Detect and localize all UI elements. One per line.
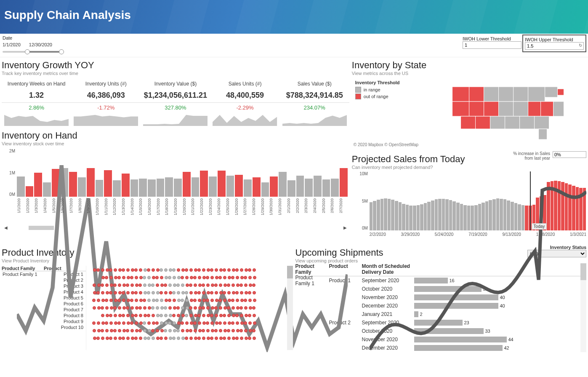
- ioh-bar[interactable]: [157, 179, 165, 197]
- ioh-bar[interactable]: [209, 176, 217, 197]
- scroll-right-icon[interactable]: ▶: [341, 225, 349, 230]
- proj-bar[interactable]: [478, 204, 482, 230]
- ship-bar[interactable]: [414, 345, 503, 351]
- dot-row[interactable]: [86, 296, 287, 304]
- proj-bar[interactable]: [431, 201, 434, 230]
- ioh-bar[interactable]: [261, 182, 269, 197]
- proj-bar[interactable]: [463, 205, 467, 230]
- proj-bar[interactable]: [565, 183, 568, 230]
- proj-bar[interactable]: [500, 199, 503, 230]
- proj-bar[interactable]: [438, 199, 442, 230]
- ioh-bar[interactable]: [104, 170, 112, 197]
- proj-bar[interactable]: [489, 200, 492, 230]
- ioh-bar[interactable]: [287, 180, 295, 197]
- ioh-bar[interactable]: [174, 179, 182, 197]
- proj-bar[interactable]: [395, 201, 398, 230]
- proj-bar[interactable]: [399, 202, 402, 230]
- ship-bar[interactable]: [414, 328, 484, 334]
- ioh-bar[interactable]: [113, 180, 121, 197]
- proj-bar[interactable]: [370, 202, 373, 230]
- us-map[interactable]: [436, 78, 586, 142]
- ioh-bar[interactable]: [270, 176, 278, 197]
- ship-scrollbar[interactable]: [580, 263, 586, 352]
- proj-bar[interactable]: [507, 201, 510, 230]
- dot-row[interactable]: [86, 289, 287, 296]
- ship-bar[interactable]: [414, 311, 418, 317]
- dot-row[interactable]: [86, 311, 287, 319]
- proj-bar[interactable]: [380, 199, 384, 230]
- ioh-bar[interactable]: [96, 180, 104, 197]
- ship-bar[interactable]: [414, 278, 448, 283]
- proj-bar[interactable]: [518, 204, 521, 230]
- ioh-bar[interactable]: [322, 179, 330, 197]
- proj-bar[interactable]: [456, 203, 460, 230]
- ioh-bar[interactable]: [52, 169, 60, 197]
- ioh-bar[interactable]: [192, 177, 200, 197]
- inventory-status-select[interactable]: (All): [527, 250, 586, 257]
- proj-bar[interactable]: [402, 204, 405, 230]
- ioh-scrollbar[interactable]: ◀ ▶: [2, 225, 349, 230]
- prodinv-scrollbar[interactable]: [287, 266, 293, 350]
- proj-bar[interactable]: [417, 205, 420, 230]
- proj-bar[interactable]: [377, 200, 380, 230]
- ioh-bar[interactable]: [34, 173, 42, 197]
- proj-bar[interactable]: [388, 199, 391, 230]
- proj-bar[interactable]: [579, 188, 583, 230]
- ioh-chart[interactable]: 2M1M0M 1/1/20201/2/20201/3/20201/4/20201…: [2, 149, 349, 225]
- dot-row[interactable]: [86, 326, 287, 334]
- proj-bar[interactable]: [467, 206, 471, 230]
- proj-bar[interactable]: [427, 202, 431, 230]
- ioh-bar[interactable]: [226, 176, 234, 197]
- iwoh-lower-input[interactable]: [463, 41, 521, 49]
- ship-bar[interactable]: [414, 320, 463, 326]
- ioh-bar[interactable]: [17, 176, 25, 197]
- scroll-left-icon[interactable]: ◀: [2, 225, 10, 230]
- proj-bar[interactable]: [409, 206, 412, 230]
- proj-bar[interactable]: [413, 206, 416, 230]
- proj-bar[interactable]: [424, 203, 427, 230]
- ship-bar[interactable]: [414, 337, 507, 342]
- ioh-bar[interactable]: [61, 168, 69, 197]
- iwoh-upper-input[interactable]: [525, 42, 584, 50]
- proj-bar[interactable]: [554, 181, 557, 230]
- ioh-bar[interactable]: [78, 177, 86, 197]
- proj-chart[interactable]: 10M5M0M Today 2/2/20203/29/20205/24/2020…: [352, 171, 586, 243]
- proj-bar[interactable]: [514, 203, 518, 230]
- ioh-bar[interactable]: [331, 179, 339, 197]
- ioh-bar[interactable]: [279, 172, 287, 197]
- proj-bar[interactable]: [572, 186, 575, 230]
- dot-row[interactable]: [86, 334, 287, 342]
- ioh-bar[interactable]: [305, 179, 313, 197]
- proj-bar[interactable]: [568, 184, 572, 230]
- proj-bar[interactable]: [496, 198, 500, 230]
- ioh-bar[interactable]: [148, 179, 156, 197]
- proj-bar[interactable]: [391, 200, 394, 230]
- proj-bar[interactable]: [558, 181, 561, 230]
- proj-bar[interactable]: [435, 199, 438, 230]
- proj-bar[interactable]: [583, 188, 586, 230]
- proj-bar[interactable]: [551, 181, 554, 230]
- ioh-bar[interactable]: [244, 179, 252, 197]
- ioh-bar[interactable]: [87, 168, 95, 197]
- proj-bar[interactable]: [420, 204, 423, 230]
- proj-bar[interactable]: [525, 206, 528, 230]
- ioh-bar[interactable]: [340, 168, 348, 197]
- proj-bar[interactable]: [445, 199, 449, 230]
- proj-bar[interactable]: [503, 199, 507, 230]
- dot-row[interactable]: [86, 319, 287, 326]
- ioh-bar[interactable]: [235, 175, 243, 197]
- dot-row[interactable]: [86, 266, 287, 273]
- ioh-bar[interactable]: [218, 171, 226, 197]
- dot-row[interactable]: [86, 281, 287, 289]
- proj-bar[interactable]: [373, 201, 376, 230]
- ship-bar[interactable]: [414, 286, 482, 292]
- proj-bar[interactable]: [521, 205, 525, 230]
- ioh-bar[interactable]: [296, 176, 304, 197]
- proj-bar[interactable]: [485, 201, 489, 230]
- ioh-bar[interactable]: [122, 174, 130, 197]
- proj-bar[interactable]: [474, 205, 478, 230]
- proj-bar[interactable]: [471, 206, 474, 230]
- ship-bar[interactable]: [414, 303, 498, 309]
- proj-bar[interactable]: [511, 202, 514, 230]
- proj-bar[interactable]: [460, 204, 463, 230]
